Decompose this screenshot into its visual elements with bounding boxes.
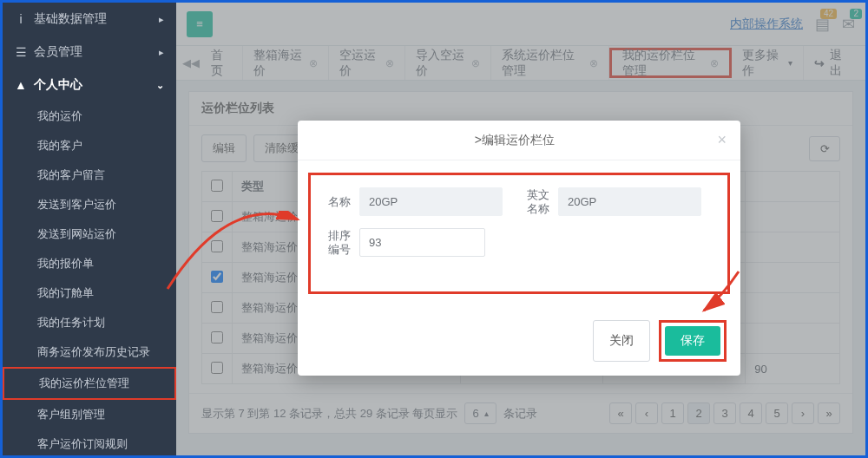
close-icon[interactable]: ⊗ <box>471 57 480 69</box>
cell <box>746 232 840 263</box>
sidebar-item[interactable]: 我的运价 <box>3 101 176 131</box>
pager-button[interactable]: « <box>609 402 632 424</box>
row-checkbox[interactable] <box>211 362 223 374</box>
tab-label: 更多操作 <box>742 48 785 79</box>
tab[interactable]: 我的运价栏位管理⊗ <box>609 48 732 78</box>
row-checkbox[interactable] <box>211 331 223 344</box>
page-size-select[interactable]: 6 ▴ <box>464 402 496 424</box>
chevron-down-icon: ⌄ <box>156 80 164 91</box>
row-checkbox[interactable] <box>211 271 223 283</box>
pager-button[interactable]: 4 <box>740 402 762 424</box>
edit-button[interactable]: 编辑 <box>201 134 247 162</box>
chevron-right-icon: ▸ <box>159 14 164 25</box>
chevron-right-icon: ▸ <box>159 47 164 58</box>
tab-label: 整箱海运价 <box>253 48 304 79</box>
logout-icon: ↪ <box>814 56 825 70</box>
sidebar-item[interactable]: 商务运价发布历史记录 <box>3 337 176 367</box>
internal-system-link[interactable]: 内部操作系统 <box>730 16 803 32</box>
sidebar-item[interactable]: 我的客户 <box>3 131 176 160</box>
pager-button[interactable]: › <box>792 402 814 424</box>
logout-button[interactable]: ↪ 退出 <box>804 46 860 80</box>
sidebar: i 基础数据管理 ▸ ☰ 会员管理 ▸ ▲ 个人中心 ⌄ 我的运价我的客户我的客… <box>3 3 176 455</box>
topbar: ≡ 内部操作系统 ▤ 42 ✉ 2 <box>176 3 865 46</box>
tab-more-actions[interactable]: 更多操作 ▾ <box>732 46 804 80</box>
modal-close-icon[interactable]: × <box>717 131 727 149</box>
sidebar-item[interactable]: 我的订舱单 <box>3 278 176 308</box>
message-badge: 2 <box>850 9 862 19</box>
sidebar-item[interactable]: 发送到网站运价 <box>3 219 176 249</box>
tab-label: 导入空运价 <box>416 48 466 79</box>
menu-toggle-button[interactable]: ≡ <box>187 11 213 37</box>
tab-strip: ◀◀ 首页整箱海运价⊗空运运价⊗导入空运价⊗系统运价栏位管理⊗我的运价栏位管理⊗… <box>176 46 865 81</box>
sidebar-group-label: 基础数据管理 <box>34 11 107 27</box>
notifications-button[interactable]: ▤ 42 <box>815 15 830 34</box>
order-label: 排序编号 <box>325 229 351 256</box>
tab-label: 我的运价栏位管理 <box>622 48 705 79</box>
tab-label: 空运运价 <box>339 48 379 79</box>
close-icon[interactable]: ⊗ <box>385 57 394 69</box>
form-highlight: 名称 英文名称 排序编号 <box>308 173 730 294</box>
save-button[interactable]: 保存 <box>665 326 720 356</box>
user-icon: ▲ <box>15 78 27 92</box>
messages-button[interactable]: ✉ 2 <box>842 15 855 34</box>
menu-icon: ≡ <box>196 17 203 30</box>
tab[interactable]: 整箱海运价⊗ <box>243 46 329 80</box>
modal-close-button[interactable]: 关闭 <box>593 320 650 362</box>
enname-label: 英文名称 <box>523 188 549 215</box>
row-checkbox[interactable] <box>211 240 223 252</box>
sidebar-group-personal[interactable]: ▲ 个人中心 ⌄ <box>3 69 176 101</box>
close-icon[interactable]: ⊗ <box>589 57 598 69</box>
pagination-info: 显示第 7 到第 12 条记录，总共 29 条记录 每页显示 <box>201 406 457 422</box>
pager-button[interactable]: 2 <box>687 402 710 424</box>
pager-button[interactable]: » <box>818 402 840 424</box>
logout-label: 退出 <box>830 48 850 79</box>
pagination-suffix: 条记录 <box>503 406 537 422</box>
sidebar-item[interactable]: 发送到客户运价 <box>3 190 176 219</box>
close-icon[interactable]: ⊗ <box>710 57 719 69</box>
pager-button[interactable]: 3 <box>713 402 736 424</box>
cell <box>746 324 840 354</box>
enname-input[interactable] <box>558 187 701 216</box>
refresh-button[interactable]: ⟳ <box>809 136 840 161</box>
pager-button[interactable]: 5 <box>766 402 788 424</box>
chevron-down-icon: ▾ <box>788 58 792 68</box>
cell: 90 <box>746 354 840 384</box>
users-icon: ☰ <box>15 45 27 59</box>
cell <box>746 263 840 293</box>
select-all-checkbox[interactable] <box>211 180 223 192</box>
sidebar-group-member[interactable]: ☰ 会员管理 ▸ <box>3 36 176 69</box>
tab[interactable]: 导入空运价⊗ <box>405 46 491 80</box>
tab[interactable]: 空运运价⊗ <box>329 46 404 80</box>
cell <box>746 202 840 232</box>
edit-column-modal: >编辑运价栏位 × 名称 英文名称 排序编号 <box>298 121 740 376</box>
pager-button[interactable]: 1 <box>661 402 684 424</box>
sidebar-group-basic-data[interactable]: i 基础数据管理 ▸ <box>3 3 176 36</box>
sidebar-item[interactable]: 客户运价订阅规则 <box>3 429 176 458</box>
double-chevron-left-icon: ◀◀ <box>182 56 200 69</box>
row-checkbox[interactable] <box>211 210 223 222</box>
tab[interactable]: 系统运价栏位管理⊗ <box>491 46 609 80</box>
cell <box>746 293 840 324</box>
chevron-up-icon: ▴ <box>484 409 489 418</box>
modal-title: >编辑运价栏位 <box>312 133 717 148</box>
tab-label: 首页 <box>211 48 232 79</box>
sidebar-group-label: 会员管理 <box>34 44 82 60</box>
row-checkbox[interactable] <box>211 301 223 313</box>
sidebar-item[interactable]: 我的运价栏位管理 <box>3 367 176 400</box>
sidebar-item[interactable]: 我的客户留言 <box>3 160 176 190</box>
sidebar-group-label: 个人中心 <box>34 77 82 93</box>
info-icon: i <box>15 12 27 26</box>
tab[interactable]: 首页 <box>201 46 243 80</box>
name-input[interactable] <box>359 187 503 216</box>
name-label: 名称 <box>325 195 351 209</box>
close-icon[interactable]: ⊗ <box>309 57 318 69</box>
sidebar-item[interactable]: 我的任务计划 <box>3 308 176 337</box>
sidebar-item[interactable]: 我的报价单 <box>3 249 176 278</box>
pager-button[interactable]: ‹ <box>635 402 658 424</box>
order-input[interactable] <box>359 228 485 257</box>
pager: «‹12345›» <box>609 402 840 424</box>
sidebar-item[interactable]: 客户组别管理 <box>3 400 176 429</box>
refresh-icon: ⟳ <box>820 142 830 155</box>
tabs-collapse-button[interactable]: ◀◀ <box>181 46 201 80</box>
save-button-highlight: 保存 <box>659 320 727 362</box>
